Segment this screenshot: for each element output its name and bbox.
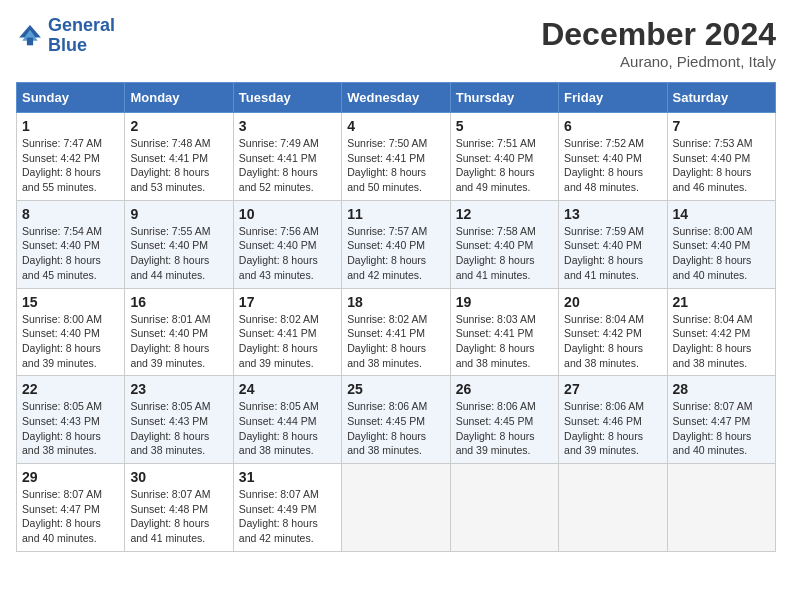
empty-cell bbox=[450, 464, 558, 552]
table-row: 14 Sunrise: 8:00 AMSunset: 4:40 PMDaylig… bbox=[667, 200, 775, 288]
table-row: 13 Sunrise: 7:59 AMSunset: 4:40 PMDaylig… bbox=[559, 200, 667, 288]
table-row: 8 Sunrise: 7:54 AMSunset: 4:40 PMDayligh… bbox=[17, 200, 125, 288]
calendar-header-row: Sunday Monday Tuesday Wednesday Thursday… bbox=[17, 83, 776, 113]
table-row: 10 Sunrise: 7:56 AMSunset: 4:40 PMDaylig… bbox=[233, 200, 341, 288]
location-subtitle: Aurano, Piedmont, Italy bbox=[541, 53, 776, 70]
table-row: 3 Sunrise: 7:49 AMSunset: 4:41 PMDayligh… bbox=[233, 113, 341, 201]
table-row: 27 Sunrise: 8:06 AMSunset: 4:46 PMDaylig… bbox=[559, 376, 667, 464]
table-row: 2 Sunrise: 7:48 AMSunset: 4:41 PMDayligh… bbox=[125, 113, 233, 201]
calendar-week-row: 22 Sunrise: 8:05 AMSunset: 4:43 PMDaylig… bbox=[17, 376, 776, 464]
table-row: 31 Sunrise: 8:07 AMSunset: 4:49 PMDaylig… bbox=[233, 464, 341, 552]
table-row: 28 Sunrise: 8:07 AMSunset: 4:47 PMDaylig… bbox=[667, 376, 775, 464]
col-wednesday: Wednesday bbox=[342, 83, 450, 113]
empty-cell bbox=[667, 464, 775, 552]
empty-cell bbox=[342, 464, 450, 552]
table-row: 17 Sunrise: 8:02 AMSunset: 4:41 PMDaylig… bbox=[233, 288, 341, 376]
page-header: General Blue December 2024 Aurano, Piedm… bbox=[16, 16, 776, 70]
calendar-week-row: 1 Sunrise: 7:47 AMSunset: 4:42 PMDayligh… bbox=[17, 113, 776, 201]
table-row: 23 Sunrise: 8:05 AMSunset: 4:43 PMDaylig… bbox=[125, 376, 233, 464]
table-row: 20 Sunrise: 8:04 AMSunset: 4:42 PMDaylig… bbox=[559, 288, 667, 376]
table-row: 29 Sunrise: 8:07 AMSunset: 4:47 PMDaylig… bbox=[17, 464, 125, 552]
calendar-week-row: 8 Sunrise: 7:54 AMSunset: 4:40 PMDayligh… bbox=[17, 200, 776, 288]
col-thursday: Thursday bbox=[450, 83, 558, 113]
col-friday: Friday bbox=[559, 83, 667, 113]
table-row: 15 Sunrise: 8:00 AMSunset: 4:40 PMDaylig… bbox=[17, 288, 125, 376]
calendar-table: Sunday Monday Tuesday Wednesday Thursday… bbox=[16, 82, 776, 552]
table-row: 21 Sunrise: 8:04 AMSunset: 4:42 PMDaylig… bbox=[667, 288, 775, 376]
table-row: 16 Sunrise: 8:01 AMSunset: 4:40 PMDaylig… bbox=[125, 288, 233, 376]
col-monday: Monday bbox=[125, 83, 233, 113]
table-row: 26 Sunrise: 8:06 AMSunset: 4:45 PMDaylig… bbox=[450, 376, 558, 464]
table-row: 7 Sunrise: 7:53 AMSunset: 4:40 PMDayligh… bbox=[667, 113, 775, 201]
svg-rect-2 bbox=[27, 37, 33, 45]
table-row: 22 Sunrise: 8:05 AMSunset: 4:43 PMDaylig… bbox=[17, 376, 125, 464]
table-row: 4 Sunrise: 7:50 AMSunset: 4:41 PMDayligh… bbox=[342, 113, 450, 201]
logo: General Blue bbox=[16, 16, 115, 56]
table-row: 5 Sunrise: 7:51 AMSunset: 4:40 PMDayligh… bbox=[450, 113, 558, 201]
table-row: 12 Sunrise: 7:58 AMSunset: 4:40 PMDaylig… bbox=[450, 200, 558, 288]
table-row: 6 Sunrise: 7:52 AMSunset: 4:40 PMDayligh… bbox=[559, 113, 667, 201]
month-title: December 2024 bbox=[541, 16, 776, 53]
table-row: 25 Sunrise: 8:06 AMSunset: 4:45 PMDaylig… bbox=[342, 376, 450, 464]
table-row: 1 Sunrise: 7:47 AMSunset: 4:42 PMDayligh… bbox=[17, 113, 125, 201]
col-saturday: Saturday bbox=[667, 83, 775, 113]
title-block: December 2024 Aurano, Piedmont, Italy bbox=[541, 16, 776, 70]
table-row: 24 Sunrise: 8:05 AMSunset: 4:44 PMDaylig… bbox=[233, 376, 341, 464]
table-row: 18 Sunrise: 8:02 AMSunset: 4:41 PMDaylig… bbox=[342, 288, 450, 376]
table-row: 11 Sunrise: 7:57 AMSunset: 4:40 PMDaylig… bbox=[342, 200, 450, 288]
logo-text: General Blue bbox=[48, 16, 115, 56]
table-row: 9 Sunrise: 7:55 AMSunset: 4:40 PMDayligh… bbox=[125, 200, 233, 288]
col-tuesday: Tuesday bbox=[233, 83, 341, 113]
empty-cell bbox=[559, 464, 667, 552]
calendar-week-row: 15 Sunrise: 8:00 AMSunset: 4:40 PMDaylig… bbox=[17, 288, 776, 376]
calendar-week-row: 29 Sunrise: 8:07 AMSunset: 4:47 PMDaylig… bbox=[17, 464, 776, 552]
logo-icon bbox=[16, 22, 44, 50]
col-sunday: Sunday bbox=[17, 83, 125, 113]
table-row: 19 Sunrise: 8:03 AMSunset: 4:41 PMDaylig… bbox=[450, 288, 558, 376]
table-row: 30 Sunrise: 8:07 AMSunset: 4:48 PMDaylig… bbox=[125, 464, 233, 552]
